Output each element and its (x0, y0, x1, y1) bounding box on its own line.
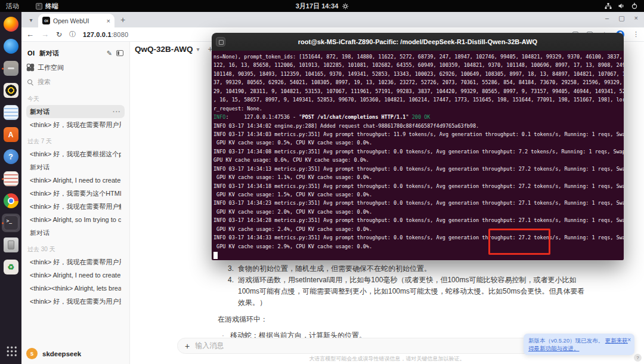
url-port: :8080 (112, 31, 129, 38)
dock-item-terminal-app[interactable]: >_ (2, 214, 20, 232)
usb-icon (4, 237, 18, 252)
chevron-down-icon: ▾ (197, 46, 200, 53)
chat-list-item[interactable]: <think> 好，我现在需要为用户提供 (26, 295, 125, 308)
activities-button[interactable]: 活动 (0, 2, 25, 11)
dock: A?>_♻ (0, 12, 21, 364)
terminal-title: root@sk-MS-iCraft-Z890-Pacific: /model/D… (298, 38, 537, 45)
dock-item-docviewer[interactable] (2, 169, 20, 188)
updates-gear-icon (342, 3, 348, 10)
chat-title: <think> 好，我现在需要帮用户用H (30, 255, 121, 269)
maximize-button[interactable]: ▢ (618, 14, 624, 22)
chat-list-item[interactable]: <think> 好，我现在要根据这个pro (26, 147, 125, 161)
sidebar-search[interactable]: 搜索 (26, 75, 125, 89)
volume-icon (618, 2, 625, 10)
power-icon (631, 2, 638, 10)
help-button[interactable]: ? (634, 354, 642, 362)
dock-item-usb[interactable] (2, 236, 20, 254)
chat-list-item[interactable]: <think> 好，我现在需要帮用户用H (26, 255, 125, 269)
attach-plus-icon[interactable]: + (185, 341, 190, 351)
clock[interactable]: 3月17日 14:34 (296, 2, 349, 11)
minimize-button[interactable]: – (605, 14, 609, 22)
chat-list-item[interactable]: <think> 好，我现在需要帮用户解决 (26, 200, 125, 213)
dock-item-chrome[interactable] (2, 192, 20, 210)
new-chat-pencil-icon[interactable]: ✎ (107, 50, 112, 57)
user-avatar: s (26, 348, 38, 359)
gnome-top-bar: 活动 终端 3月17日 14:34 (0, 0, 644, 12)
model-selector[interactable]: QwQ-32B-AWQ ▾ + (135, 44, 213, 54)
tab-strip: ▾ OI Open WebUI × + – ▢ × (21, 12, 644, 27)
chat-list-item[interactable]: <think><think> Alright, lets break (26, 282, 125, 295)
chat-title: 新对话 (30, 161, 121, 174)
chat-list-item[interactable]: 新对话··· (26, 105, 125, 118)
dock-item-speaker[interactable] (2, 81, 20, 100)
tab-favicon: OI (42, 17, 50, 24)
network-icon (605, 2, 612, 10)
search-icon (27, 79, 32, 84)
user-menu[interactable]: s skdeepseek (26, 348, 81, 359)
dock-item-software[interactable]: A (2, 125, 20, 144)
forward-button[interactable]: → (41, 30, 49, 39)
chat-list-item[interactable]: <think> Alright, I need to create a (26, 174, 125, 187)
highlight-annotation-box (488, 229, 550, 255)
docviewer-icon (4, 171, 18, 186)
dock-item-help[interactable]: ? (2, 147, 20, 166)
chat-title: <think> 好，我现在要根据这个pro (30, 147, 121, 161)
toast-close-icon[interactable]: × (627, 336, 631, 344)
dock-item-thunderbird[interactable] (2, 37, 20, 55)
dock-item-writer[interactable] (2, 103, 20, 122)
help-icon: ? (4, 149, 18, 164)
terminal-new-tab-icon[interactable] (216, 37, 225, 47)
sidebar-toggle-icon[interactable] (116, 50, 123, 56)
user-name: skdeepseek (42, 350, 81, 357)
chat-list-item[interactable]: 新对话 (26, 161, 125, 174)
numbered-item: 3.食物的初始位置，随机生成，但需要确保不在蛇的初始位置。 (228, 263, 587, 274)
chat-title: 新对话 (30, 226, 121, 239)
reload-button[interactable]: ↻ (56, 30, 62, 39)
message-paragraph: 在游戏循环中： (218, 314, 587, 325)
search-label: 搜索 (38, 78, 51, 87)
focused-app-name: 终端 (45, 2, 58, 11)
site-info-icon[interactable]: ⓘ (69, 30, 76, 39)
new-tab-button[interactable]: + (117, 14, 129, 26)
back-button[interactable]: ← (26, 30, 34, 39)
terminal-output[interactable]: ns=None), prompt_token_ids: [151644, 872… (212, 51, 624, 260)
section-label: 过去 7 天 (27, 137, 123, 146)
model-name: QwQ-32B-AWQ (135, 45, 193, 54)
chat-title: <think><think> Alright, lets break (30, 282, 121, 295)
show-apps-button[interactable] (4, 343, 18, 358)
tab-close-icon[interactable]: × (107, 17, 110, 24)
chat-title: <think> 好，我现在需要帮用户用H (30, 118, 121, 131)
dock-item-files[interactable] (2, 59, 20, 78)
numbered-list: 3.食物的初始位置，随机生成，但需要确保不在蛇的初始位置。4.游戏循环函数，用s… (218, 263, 587, 309)
system-tray[interactable] (605, 2, 644, 10)
chat-list-item[interactable]: <think> Alright, so Im trying to co (26, 213, 125, 226)
focused-app-indicator[interactable]: 终端 (36, 2, 58, 11)
chat-list-item[interactable]: <think> 好，我现在需要帮用户用H (26, 118, 125, 131)
chat-list-item[interactable]: 新对话 (26, 226, 125, 239)
new-chat-label: 新对话 (39, 49, 103, 58)
dock-item-firefox[interactable] (2, 15, 20, 33)
menu-kebab-icon[interactable]: ⋮ (633, 30, 639, 38)
chat-title: 新对话 (30, 105, 110, 118)
disclaimer-text: 大语言模型可能会生成误导性错误信息，请对关键信息加以验证。 (130, 355, 644, 363)
address-bar[interactable]: 127.0.0.1:8080 (83, 31, 128, 38)
terminal-titlebar[interactable]: root@sk-MS-iCraft-Z890-Pacific: /model/D… (212, 33, 624, 51)
terminal-cursor (213, 252, 218, 259)
chat-list-item[interactable]: <think> Alright, I need to create a (26, 269, 125, 282)
dock-item-trash[interactable]: ♻ (2, 258, 20, 276)
software-icon: A (4, 127, 18, 142)
writer-icon (4, 105, 18, 120)
item-menu-dots-icon[interactable]: ··· (113, 105, 121, 118)
tab-search-chevron-icon[interactable]: ▾ (25, 14, 37, 26)
sidebar-item-workspace[interactable]: 工作空间 (26, 60, 125, 75)
terminal-window[interactable]: root@sk-MS-iCraft-Z890-Pacific: /model/D… (212, 33, 624, 260)
chat-title: <think> 好，我现在需要为用户提供 (30, 295, 121, 308)
chat-list-item[interactable]: <think> 好，我需要为这个HTML贪 (26, 187, 125, 200)
sidebar-header[interactable]: OI 新对话 ✎ (26, 46, 125, 60)
terminal-app-icon (36, 3, 42, 10)
chat-title: <think> 好，我需要为这个HTML贪 (30, 187, 121, 200)
firefox-icon (4, 17, 18, 32)
tab-title: Open WebUI (53, 17, 104, 24)
close-button[interactable]: × (634, 14, 638, 22)
browser-tab-open-webui[interactable]: OI Open WebUI × (38, 14, 114, 27)
